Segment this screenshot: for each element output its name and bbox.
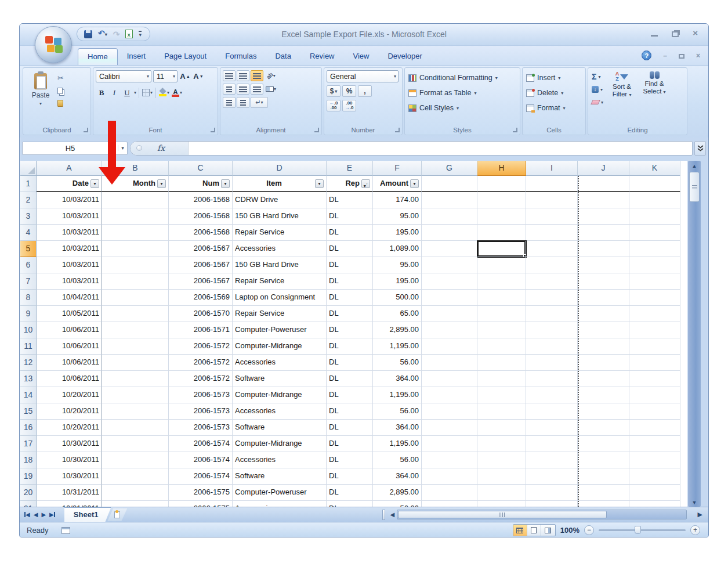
cell-G10[interactable] bbox=[422, 322, 477, 338]
cell-G3[interactable] bbox=[422, 208, 477, 225]
cell-D11[interactable]: Computer-Midrange bbox=[233, 338, 327, 355]
cell-K20[interactable] bbox=[629, 485, 680, 501]
tab-split-handle[interactable] bbox=[382, 510, 385, 520]
cell-G11[interactable] bbox=[422, 338, 477, 355]
cell-I15[interactable] bbox=[526, 403, 578, 420]
cell-B2[interactable] bbox=[102, 192, 169, 208]
col-header-J[interactable]: J bbox=[578, 161, 629, 176]
cell-E8[interactable]: DL bbox=[327, 290, 373, 306]
cell-styles-button[interactable]: Cell Styles▾ bbox=[408, 100, 517, 116]
col-header-A[interactable]: A bbox=[37, 161, 102, 176]
cell-C15[interactable]: 2006-1573 bbox=[169, 403, 233, 420]
cell-I12[interactable] bbox=[526, 355, 578, 371]
cell-K4[interactable] bbox=[629, 225, 680, 241]
cell-K9[interactable] bbox=[629, 306, 680, 322]
cell-E3[interactable]: DL bbox=[327, 208, 373, 225]
cell-C4[interactable]: 2006-1568 bbox=[169, 225, 233, 241]
cell-D16[interactable]: Software bbox=[233, 420, 327, 436]
formula-input[interactable] bbox=[189, 142, 692, 155]
cell-A18[interactable]: 10/30/2011 bbox=[37, 452, 102, 468]
wrap-text-button[interactable]: ↵▾ bbox=[251, 97, 268, 108]
row-header-9[interactable]: 9 bbox=[20, 306, 37, 322]
middle-align-button[interactable] bbox=[237, 70, 249, 81]
cell-C17[interactable]: 2006-1574 bbox=[169, 436, 233, 452]
cell-G6[interactable] bbox=[422, 257, 477, 273]
cell-D1[interactable]: Item▾ bbox=[233, 176, 327, 192]
cell-F8[interactable]: 500.00 bbox=[373, 290, 422, 306]
cell-D17[interactable]: Computer-Midrange bbox=[233, 436, 327, 452]
cell-D9[interactable]: Repair Service bbox=[233, 306, 327, 322]
tab-view[interactable]: View bbox=[344, 48, 379, 65]
cell-J16[interactable] bbox=[578, 420, 629, 436]
last-sheet-button[interactable]: ▶ bbox=[49, 511, 55, 518]
close-button[interactable]: × bbox=[693, 28, 698, 38]
cell-A4[interactable]: 10/03/2011 bbox=[37, 225, 102, 241]
cell-F1[interactable]: Amount▾ bbox=[373, 176, 422, 192]
cell-H12[interactable] bbox=[477, 355, 526, 371]
insert-function-button[interactable]: fx bbox=[131, 142, 189, 155]
cell-A5[interactable]: 10/03/2011 bbox=[37, 241, 102, 257]
col-header-H[interactable]: H bbox=[477, 161, 526, 176]
cell-I6[interactable] bbox=[526, 257, 578, 273]
cell-J5[interactable] bbox=[578, 241, 629, 257]
cell-E1[interactable]: Rep▾↑ bbox=[327, 176, 373, 192]
cell-I13[interactable] bbox=[526, 371, 578, 387]
cell-B1[interactable]: Month▾ bbox=[102, 176, 169, 192]
zoom-slider-thumb[interactable] bbox=[635, 526, 641, 534]
col-header-B[interactable]: B bbox=[102, 161, 169, 176]
row-header-17[interactable]: 17 bbox=[20, 436, 37, 452]
cell-A16[interactable]: 10/20/2011 bbox=[37, 420, 102, 436]
cell-C2[interactable]: 2006-1568 bbox=[169, 192, 233, 208]
horizontal-scrollbar[interactable] bbox=[397, 510, 687, 519]
cell-H2[interactable] bbox=[477, 192, 526, 208]
delete-cells-button[interactable]: Delete▾ bbox=[526, 85, 583, 100]
sheet-tab-sheet1[interactable]: Sheet1 bbox=[64, 507, 111, 522]
scroll-down-icon[interactable]: ▼ bbox=[688, 500, 701, 506]
grow-font-button[interactable]: A▲ bbox=[179, 70, 191, 82]
cell-E17[interactable]: DL bbox=[327, 436, 373, 452]
cell-C21[interactable]: 2006-1575 bbox=[169, 501, 233, 507]
workbook-restore-button[interactable] bbox=[679, 54, 684, 59]
cell-D21[interactable]: Accessories bbox=[233, 501, 327, 507]
cell-H10[interactable] bbox=[477, 322, 526, 338]
align-right-button[interactable] bbox=[251, 84, 263, 95]
clear-button[interactable]: ▾ bbox=[592, 97, 603, 107]
cell-B10[interactable] bbox=[102, 322, 169, 338]
col-header-I[interactable]: I bbox=[526, 161, 578, 176]
cell-K19[interactable] bbox=[629, 468, 680, 485]
align-left-button[interactable] bbox=[223, 84, 236, 95]
cell-G16[interactable] bbox=[422, 420, 477, 436]
cell-G17[interactable] bbox=[422, 436, 477, 452]
col-header-K[interactable]: K bbox=[629, 161, 680, 176]
font-name-select[interactable]: Calibri▾ bbox=[96, 70, 151, 82]
cell-E21[interactable]: DL bbox=[327, 501, 373, 507]
cell-G2[interactable] bbox=[422, 192, 477, 208]
cell-B3[interactable] bbox=[102, 208, 169, 225]
restore-button[interactable] bbox=[672, 31, 679, 37]
insert-worksheet-button[interactable] bbox=[107, 508, 127, 521]
cell-K21[interactable] bbox=[629, 501, 680, 507]
cell-A19[interactable]: 10/30/2011 bbox=[37, 468, 102, 485]
row-header-8[interactable]: 8 bbox=[20, 290, 37, 306]
accounting-format-button[interactable]: $▾ bbox=[327, 85, 341, 97]
cell-J12[interactable] bbox=[578, 355, 629, 371]
zoom-slider[interactable] bbox=[599, 529, 686, 531]
row-header-7[interactable]: 7 bbox=[20, 273, 37, 290]
cell-H5[interactable] bbox=[477, 241, 526, 257]
vertical-scrollbar[interactable]: ▲ ▼ bbox=[688, 161, 701, 507]
cell-F10[interactable]: 2,895.00 bbox=[373, 322, 422, 338]
font-dialog-launcher[interactable] bbox=[211, 128, 215, 132]
cell-B5[interactable] bbox=[102, 241, 169, 257]
cell-H16[interactable] bbox=[477, 420, 526, 436]
previous-sheet-button[interactable]: ◀ bbox=[34, 511, 38, 518]
cell-B15[interactable] bbox=[102, 403, 169, 420]
tab-data[interactable]: Data bbox=[266, 48, 300, 65]
cell-C12[interactable]: 2006-1572 bbox=[169, 355, 233, 371]
expand-formula-bar-button[interactable] bbox=[694, 141, 706, 156]
cell-A8[interactable]: 10/04/2011 bbox=[37, 290, 102, 306]
cell-J14[interactable] bbox=[578, 387, 629, 403]
cell-D6[interactable]: 150 GB Hard Drive bbox=[233, 257, 327, 273]
row-header-5[interactable]: 5 bbox=[20, 241, 37, 257]
cell-J8[interactable] bbox=[578, 290, 629, 306]
row-header-13[interactable]: 13 bbox=[20, 371, 37, 387]
